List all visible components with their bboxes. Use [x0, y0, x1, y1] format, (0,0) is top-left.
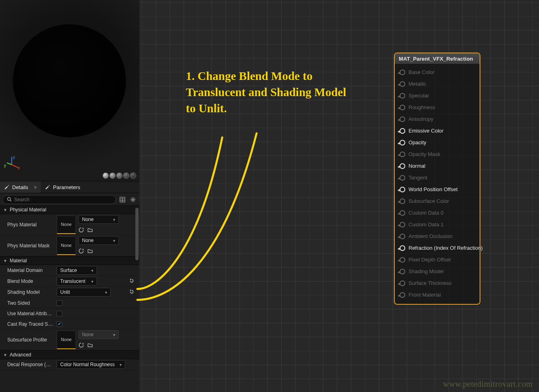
prop-label: Subsurface Profile [7, 337, 57, 343]
tab-details[interactable]: Details × [0, 181, 41, 193]
section-material[interactable]: ▼ Material [0, 256, 139, 265]
material-pin[interactable]: Refraction (Index Of Refraction) [397, 242, 478, 254]
material-pin[interactable]: Metallic [397, 78, 478, 90]
phys-material-dropdown[interactable]: None ▾ [78, 215, 119, 224]
search-box[interactable] [2, 195, 116, 204]
material-pin[interactable]: Pixel Depth Offset [397, 254, 478, 266]
material-pin[interactable]: Ambient Occlusion [397, 230, 478, 242]
chevron-down-icon: ▾ [113, 217, 115, 222]
svg-point-6 [132, 199, 134, 200]
dropdown-value: None [82, 217, 94, 222]
prop-label: Phys Material [7, 222, 57, 228]
pin-label: Refraction (Index Of Refraction) [408, 245, 483, 251]
use-material-attributes-checkbox[interactable] [57, 311, 62, 316]
pin-label: Roughness [408, 104, 435, 110]
material-pin[interactable]: Subsurface Color [397, 195, 478, 207]
preview-shape-3[interactable] [116, 173, 122, 179]
material-pin[interactable]: World Position Offset [397, 183, 478, 195]
prop-label: Use Material Attribut… [7, 311, 57, 316]
svg-line-1 [10, 200, 11, 201]
pin-label: Surface Thickness [408, 280, 452, 286]
details-tab-strip: Details × Parameters [0, 181, 139, 193]
close-icon[interactable]: × [34, 184, 37, 190]
material-pin[interactable]: Opacity Mask [397, 148, 478, 160]
tab-details-label: Details [12, 184, 28, 190]
section-advanced[interactable]: ▼ Advanced [0, 350, 139, 359]
dropdown-value: Surface [60, 268, 77, 273]
chevron-down-icon: ▾ [105, 290, 107, 295]
material-pin[interactable]: Surface Thickness [397, 277, 478, 289]
blend-mode-dropdown[interactable]: Translucent ▾ [57, 277, 97, 286]
material-pin[interactable]: Shading Model [397, 266, 478, 277]
scrollbar[interactable] [135, 208, 139, 390]
section-label: Material [10, 258, 27, 263]
material-pin[interactable]: Front Material [397, 289, 478, 301]
gear-icon[interactable] [129, 196, 137, 204]
material-pin[interactable]: Specular [397, 90, 478, 101]
pin-input-icon [400, 175, 405, 181]
material-pin[interactable]: Anisotropy [397, 113, 478, 125]
two-sided-checkbox[interactable] [57, 300, 62, 306]
pin-label: Subsurface Color [408, 198, 449, 204]
browse-to-asset-icon[interactable] [87, 248, 93, 255]
preview-sphere [13, 24, 126, 137]
use-selected-asset-icon[interactable] [78, 342, 84, 349]
asset-thumb-slot[interactable]: None [57, 215, 76, 234]
material-pin[interactable]: Normal [397, 160, 478, 172]
search-row [0, 193, 139, 206]
pin-input-icon [400, 140, 405, 145]
chevron-down-icon: ▾ [113, 333, 115, 337]
search-input[interactable] [14, 197, 112, 202]
pin-input-icon [400, 93, 405, 99]
brush-icon [4, 184, 10, 190]
pin-input-icon [400, 163, 405, 169]
material-pin[interactable]: Tangent [397, 172, 478, 183]
use-selected-asset-icon[interactable] [78, 227, 84, 234]
prop-label: Blend Mode [7, 278, 57, 284]
chevron-down-icon: ▾ [91, 268, 93, 273]
prop-label: Shading Model [7, 289, 57, 295]
preview-shape-1[interactable] [103, 173, 109, 179]
pin-input-icon [400, 105, 405, 110]
pin-label: Specular [408, 93, 429, 99]
shading-model-dropdown[interactable]: Unlit ▾ [57, 288, 111, 297]
subsurface-profile-dropdown[interactable]: None ▾ [78, 330, 119, 339]
material-pin[interactable]: Opacity [397, 137, 478, 148]
chevron-down-icon: ▾ [113, 238, 115, 243]
material-pin[interactable]: Emissive Color [397, 125, 478, 137]
browse-to-asset-icon[interactable] [87, 227, 93, 234]
material-pin[interactable]: Custom Data 1 [397, 219, 478, 230]
preview-shape-5[interactable] [130, 173, 136, 179]
asset-thumb-slot[interactable]: None [57, 331, 76, 349]
property-matrix-icon[interactable] [118, 196, 126, 204]
chevron-down-icon: ▾ [120, 362, 122, 367]
preview-shape-4[interactable] [123, 173, 129, 179]
material-pin[interactable]: Custom Data 0 [397, 207, 478, 219]
pin-input-icon [400, 187, 405, 192]
pin-input-icon [400, 234, 405, 239]
details-panel: ▼ Physical Material Phys Material None N… [0, 205, 139, 392]
material-output-node[interactable]: MAT_Parent_VFX_Refraction Base ColorMeta… [394, 53, 480, 305]
material-preview-viewport[interactable]: z x y [0, 0, 139, 181]
pin-input-icon [400, 128, 405, 134]
chevron-down-icon: ▼ [3, 208, 7, 212]
preview-shape-2[interactable] [109, 173, 116, 179]
pin-label: Emissive Color [408, 128, 444, 134]
section-physical-material[interactable]: ▼ Physical Material [0, 205, 139, 214]
prop-label: Decal Response (DB… [7, 362, 57, 367]
material-pin[interactable]: Base Color [397, 66, 478, 78]
material-pin[interactable]: Roughness [397, 101, 478, 113]
asset-thumb-slot[interactable]: None [57, 236, 76, 255]
browse-to-asset-icon[interactable] [87, 342, 93, 349]
cast-ray-traced-checkbox[interactable] [57, 321, 62, 327]
use-selected-asset-icon[interactable] [78, 248, 84, 255]
decal-response-dropdown[interactable]: Color Normal Roughness ▾ [57, 360, 125, 369]
phys-material-mask-dropdown[interactable]: None ▾ [78, 236, 119, 245]
tab-parameters[interactable]: Parameters [41, 181, 84, 193]
preview-shape-row [103, 173, 136, 179]
brush-icon [45, 184, 51, 190]
row-shading-model: Shading Model Unlit ▾ [0, 287, 139, 298]
row-material-domain: Material Domain Surface ▾ [0, 265, 139, 276]
material-domain-dropdown[interactable]: Surface ▾ [57, 266, 97, 275]
pin-input-icon [400, 116, 405, 122]
